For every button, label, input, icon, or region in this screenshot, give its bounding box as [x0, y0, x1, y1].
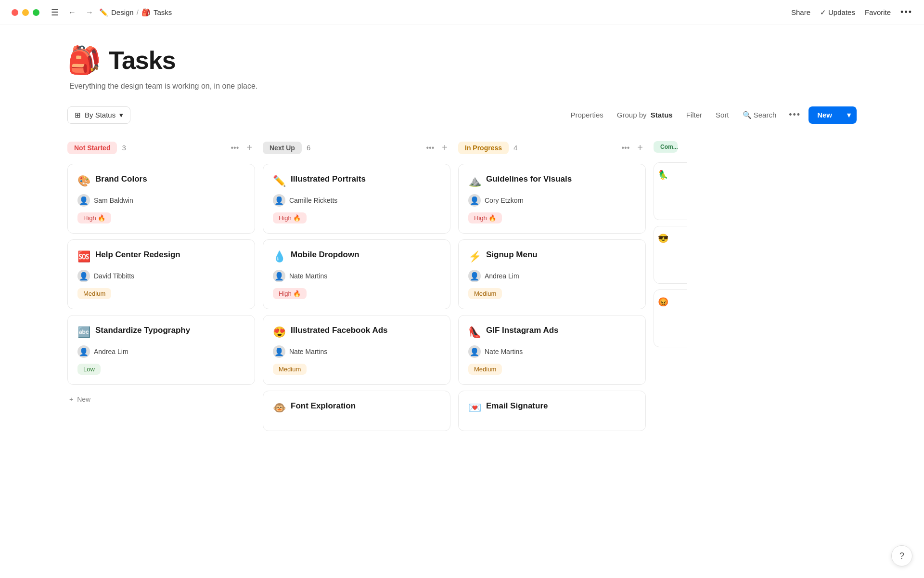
column-not-started: Not Started 3 ••• + 🎨 Brand Colors 👤 Sam… — [67, 139, 255, 408]
help-button[interactable]: ? — [891, 545, 912, 566]
assignee-name: Andrea Lim — [94, 348, 128, 355]
nav-buttons: ☰ ← → — [49, 5, 95, 20]
column-in-progress: In Progress 4 ••• + ⛰️ Guidelines for Vi… — [458, 139, 646, 437]
card-guidelines-for-visuals[interactable]: ⛰️ Guidelines for Visuals 👤 Cory Etzkorn… — [458, 164, 646, 234]
card-assignee: 👤 Andrea Lim — [77, 345, 245, 358]
card-font-exploration[interactable]: 🐵 Font Exploration — [263, 391, 450, 431]
column-actions-not-started: ••• + — [228, 141, 256, 154]
card-title-row: ✏️ Illustrated Portraits — [273, 174, 440, 187]
card-email-signature[interactable]: 💌 Email Signature — [458, 391, 646, 431]
search-icon: 🔍 — [743, 111, 752, 119]
card-title-row: 🆘 Help Center Redesign — [77, 250, 245, 263]
avatar: 👤 — [77, 345, 90, 358]
close-button[interactable] — [12, 9, 18, 16]
card-assignee: 👤 Nate Martins — [273, 270, 440, 282]
new-dropdown-chevron-icon[interactable]: ▾ — [841, 106, 857, 124]
back-button[interactable]: ← — [66, 6, 78, 19]
assignee-name: Nate Martins — [289, 348, 327, 355]
toolbar-more-button[interactable]: ••• — [785, 106, 805, 124]
card-emoji: 💌 — [468, 402, 481, 414]
updates-button[interactable]: ✓ Updates — [820, 8, 855, 17]
breadcrumb-parent[interactable]: ✏️ Design — [99, 8, 134, 17]
avatar: 👤 — [273, 345, 285, 358]
card-illustrated-portraits[interactable]: ✏️ Illustrated Portraits 👤 Camille Ricke… — [263, 164, 450, 234]
column-add-in-progress[interactable]: + — [634, 141, 646, 154]
hamburger-button[interactable]: ☰ — [49, 5, 61, 20]
column-add-not-started[interactable]: + — [244, 141, 255, 154]
assignee-name: Nate Martins — [289, 272, 327, 280]
page-emoji: 🎒 — [67, 44, 101, 76]
card-emoji: 🐵 — [273, 402, 286, 414]
column-header-complete: Com... — [654, 139, 687, 155]
breadcrumb-current[interactable]: 🎒 Tasks — [141, 8, 172, 17]
filter-button[interactable]: Filter — [681, 107, 707, 123]
priority-badge: Medium — [77, 288, 111, 299]
card-signup-menu[interactable]: ⚡ Signup Menu 👤 Andrea Lim Medium — [458, 239, 646, 309]
card-assignee: 👤 Cory Etzkorn — [468, 194, 636, 207]
card-assignee: 👤 Sam Baldwin — [77, 194, 245, 207]
status-badge-complete: Com... — [654, 141, 678, 153]
column-more-next-up[interactable]: ••• — [424, 142, 437, 154]
column-header-next-up: Next Up 6 ••• + — [263, 139, 450, 156]
maximize-button[interactable] — [33, 9, 39, 16]
card-partial-2[interactable]: 😎 — [654, 226, 687, 284]
properties-button[interactable]: Properties — [565, 107, 608, 123]
column-more-in-progress[interactable]: ••• — [619, 142, 633, 154]
card-emoji: 🆘 — [77, 250, 90, 263]
toolbar: ⊞ By Status ▾ Properties Group by Status… — [67, 104, 857, 126]
column-complete-partial: Com... 🦜 😎 😡 — [654, 139, 687, 353]
card-help-center[interactable]: 🆘 Help Center Redesign 👤 David Tibbitts … — [67, 239, 255, 309]
column-more-not-started[interactable]: ••• — [228, 142, 242, 154]
card-title-row: 🔤 Standardize Typography — [77, 325, 245, 339]
card-assignee: 👤 Camille Ricketts — [273, 194, 440, 207]
more-button[interactable]: ••• — [900, 7, 912, 17]
priority-badge: Medium — [468, 364, 502, 375]
assignee-name: David Tibbitts — [94, 272, 134, 280]
favorite-button[interactable]: Favorite — [865, 8, 891, 16]
forward-button[interactable]: → — [84, 6, 95, 19]
card-brand-colors[interactable]: 🎨 Brand Colors 👤 Sam Baldwin High 🔥 — [67, 164, 255, 234]
card-emoji: 😍 — [273, 326, 286, 339]
minimize-button[interactable] — [22, 9, 29, 16]
avatar: 👤 — [468, 270, 481, 282]
traffic-lights — [12, 9, 39, 16]
card-title-row: 💌 Email Signature — [468, 401, 636, 414]
card-illustrated-facebook-ads[interactable]: 😍 Illustrated Facebook Ads 👤 Nate Martin… — [263, 315, 450, 385]
sort-label: Sort — [716, 111, 729, 119]
add-new-not-started[interactable]: + New — [67, 391, 255, 408]
assignee-name: Camille Ricketts — [289, 197, 337, 204]
search-label: Search — [754, 111, 777, 119]
assignee-name: Sam Baldwin — [94, 197, 133, 204]
share-button[interactable]: Share — [791, 8, 810, 16]
card-title-row: 🎨 Brand Colors — [77, 174, 245, 187]
card-assignee: 👤 David Tibbitts — [77, 270, 245, 282]
assignee-name: Nate Martins — [485, 348, 523, 355]
updates-label: Updates — [828, 8, 855, 16]
card-title-row: ⚡ Signup Menu — [468, 250, 636, 263]
breadcrumb-parent-label[interactable]: Design — [111, 8, 134, 16]
group-by-button[interactable]: Group by Status — [612, 107, 678, 123]
card-emoji: 💧 — [273, 250, 286, 263]
card-partial-1[interactable]: 🦜 — [654, 162, 687, 220]
new-button[interactable]: New ▾ — [808, 106, 857, 124]
breadcrumb: ✏️ Design / 🎒 Tasks — [99, 8, 172, 17]
add-new-label: New — [77, 395, 90, 403]
card-standardize-typography[interactable]: 🔤 Standardize Typography 👤 Andrea Lim Lo… — [67, 315, 255, 385]
sort-button[interactable]: Sort — [711, 107, 734, 123]
help-icon: ? — [899, 551, 904, 561]
card-gif-instagram-ads[interactable]: 👠 GIF Instagram Ads 👤 Nate Martins Mediu… — [458, 315, 646, 385]
card-title-row: 👠 GIF Instagram Ads — [468, 325, 636, 339]
view-selector-button[interactable]: ⊞ By Status ▾ — [67, 106, 130, 124]
card-partial-3[interactable]: 😡 — [654, 289, 687, 347]
card-title: Mobile Dropdown — [291, 250, 359, 260]
view-grid-icon: ⊞ — [75, 111, 81, 119]
card-mobile-dropdown[interactable]: 💧 Mobile Dropdown 👤 Nate Martins High 🔥 — [263, 239, 450, 309]
search-button[interactable]: 🔍 Search — [738, 107, 782, 123]
avatar: 👤 — [77, 194, 90, 207]
card-title: Guidelines for Visuals — [486, 174, 572, 184]
column-add-next-up[interactable]: + — [439, 141, 450, 154]
share-label: Share — [791, 8, 810, 16]
breadcrumb-current-label[interactable]: Tasks — [154, 8, 172, 16]
avatar: 👤 — [273, 194, 285, 207]
card-title-row: ⛰️ Guidelines for Visuals — [468, 174, 636, 187]
